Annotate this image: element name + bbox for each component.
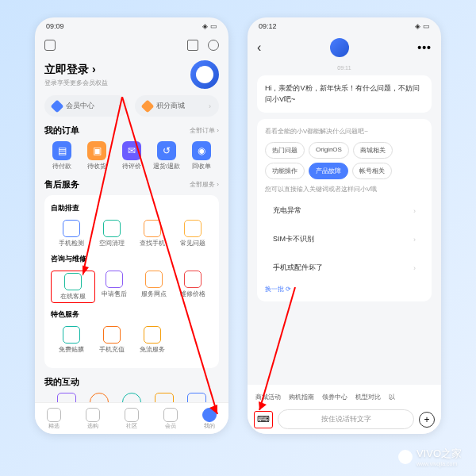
tab-shop[interactable]: 选购	[74, 408, 113, 430]
message-icon[interactable]	[208, 40, 219, 51]
orders-more[interactable]: 全部订单 ›	[190, 126, 219, 135]
login-subtitle: 登录享受更多会员权益	[44, 79, 108, 87]
quick-tags: 商城活动 购机指南 领券中心 机型对比 以	[254, 390, 435, 405]
faq-row[interactable]: 手机或配件坏了	[265, 255, 424, 280]
faq-row[interactable]: SIM卡不识别	[265, 227, 424, 251]
svc-item[interactable]: 手机检测	[51, 220, 91, 248]
voice-input[interactable]: 按住说话转文字	[278, 409, 414, 429]
chip[interactable]: 功能操作	[265, 163, 305, 179]
sub-special: 特色服务	[51, 309, 213, 320]
status-bar: 09:09 ◈▭	[35, 17, 228, 35]
tab-community[interactable]: 社区	[113, 408, 152, 430]
avatar[interactable]	[190, 60, 219, 89]
faq-row[interactable]: 充电异常	[265, 198, 424, 223]
sub-selfcheck: 自助排查	[51, 203, 213, 213]
tag[interactable]: 领券中心	[322, 393, 347, 401]
wifi-icon: ◈	[415, 22, 420, 30]
pill-member[interactable]: 会员中心›	[44, 95, 129, 117]
chip[interactable]: 帐号相关	[352, 163, 392, 179]
order-item[interactable]: ◉回收单	[184, 141, 219, 171]
tag[interactable]: 以	[389, 393, 395, 401]
order-item[interactable]: ✉待评价	[114, 141, 149, 171]
plus-icon[interactable]: +	[419, 412, 435, 428]
battery-icon: ▭	[210, 22, 217, 30]
keyboard-icon[interactable]: ⌨	[254, 411, 273, 428]
chip[interactable]: 热门问题	[265, 142, 305, 159]
cart-icon[interactable]	[187, 40, 198, 51]
tag[interactable]: 购机指南	[289, 393, 314, 401]
tab-mine[interactable]: 我的	[190, 408, 228, 430]
login-button[interactable]: 立即登录 › 登录享受更多会员权益	[44, 63, 108, 87]
phone-left: 09:09 ◈▭ 立即登录 › 登录享受更多会员权益 会员中心› 积分商城› 我…	[35, 17, 228, 434]
section-service: 售后服务	[44, 178, 79, 190]
order-item[interactable]: ↺退货/退款	[149, 141, 184, 171]
status-time: 09:12	[259, 22, 277, 30]
bot-avatar	[330, 38, 349, 57]
svc-item[interactable]: 维修价格	[174, 271, 213, 303]
chip-active[interactable]: 产品故障	[309, 163, 348, 179]
service-more[interactable]: 全部服务 ›	[190, 180, 219, 189]
tab-member[interactable]: 会员	[151, 408, 190, 430]
chip[interactable]: 商城相关	[353, 142, 393, 159]
svc-item[interactable]: 常见问题	[172, 220, 213, 248]
section-orders: 我的订单	[44, 125, 79, 136]
status-bar: 09:12 ◈▭	[248, 17, 441, 35]
chat-timestamp: 09:11	[257, 65, 432, 71]
svc-item[interactable]: 免流服务	[132, 326, 172, 354]
svc-item[interactable]: 服务网点	[134, 271, 174, 303]
phone-right: 09:12 ◈▭ ‹ ••• 09:11 Hi，亲爱的V粉，新年快乐！有什么问题…	[248, 17, 441, 434]
svc-item[interactable]: 免费贴膜	[51, 326, 91, 354]
tag[interactable]: 机型对比	[355, 393, 381, 401]
svc-item[interactable]: 查找手机	[132, 220, 172, 248]
tag[interactable]: 商城活动	[255, 393, 281, 401]
status-time: 09:09	[46, 22, 64, 30]
chip[interactable]: OriginOS	[309, 142, 349, 159]
tab-bar: 精选 选购 社区 会员 我的	[35, 402, 228, 434]
options-card: 看看全能的小V都能解决什么问题吧~ 热门问题 OriginOS 商城相关 功能操…	[257, 119, 432, 301]
svc-online-support[interactable]: 在线客服	[51, 271, 95, 303]
section-interact: 我的互动	[44, 376, 79, 388]
svc-item[interactable]: 空间清理	[91, 220, 132, 248]
pill-points[interactable]: 积分商城›	[135, 95, 219, 117]
logo-icon	[398, 450, 413, 464]
svc-item[interactable]: 手机充值	[91, 326, 132, 354]
order-item[interactable]: ▤待付款	[44, 141, 79, 171]
watermark: VIVO之家www.vivojia.com	[398, 447, 462, 466]
settings-icon[interactable]	[44, 40, 56, 51]
svc-item[interactable]: 申请售后	[95, 271, 135, 303]
wifi-icon: ◈	[202, 22, 208, 30]
refresh-button[interactable]: 换一批 ⟳	[265, 285, 424, 294]
orders-grid: ▤待付款 ▣待收货 ✉待评价 ↺退货/退款 ◉回收单	[44, 141, 219, 171]
battery-icon: ▭	[423, 22, 430, 30]
order-item[interactable]: ▣待收货	[79, 141, 114, 171]
bot-message: Hi，亲爱的V粉，新年快乐！有什么问题，不妨问问小V吧~	[257, 75, 432, 113]
sub-consult: 咨询与维修	[51, 254, 213, 264]
back-icon[interactable]: ‹	[257, 40, 261, 55]
tab-featured[interactable]: 精选	[35, 408, 74, 430]
more-icon[interactable]: •••	[417, 41, 432, 54]
